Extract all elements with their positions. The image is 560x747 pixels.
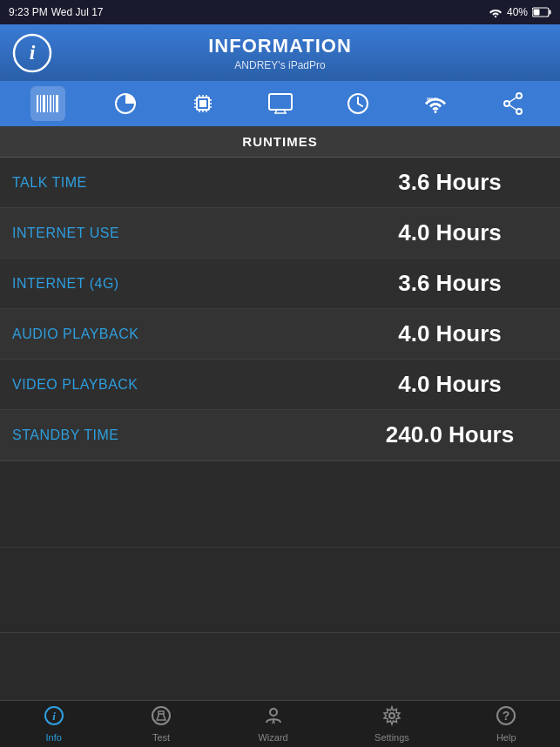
svg-rect-28 [269, 94, 292, 110]
svg-rect-2 [550, 10, 551, 15]
row-label: TALK TIME [0, 175, 340, 191]
row-value: 3.6 Hours [340, 169, 560, 196]
runtimes-table: TALK TIME3.6 HoursINTERNET USE4.0 HoursI… [0, 158, 560, 461]
test-tab[interactable]: Test [151, 705, 172, 743]
settings-tab[interactable]: Settings [374, 705, 409, 743]
runtime-row: INTERNET (4G)3.6 Hours [0, 259, 560, 309]
svg-text:i: i [52, 710, 56, 723]
battery-icon [532, 7, 551, 17]
runtime-row: TALK TIME3.6 Hours [0, 158, 560, 208]
barcode-icon-btn[interactable] [30, 86, 65, 121]
svg-point-0 [495, 16, 496, 17]
pie-chart-icon-btn[interactable] [108, 86, 143, 121]
row-label: STANDBY TIME [0, 427, 340, 443]
bottom-tab-bar: i Info Test Wizard [0, 700, 560, 747]
info-tab-icon: i [44, 705, 64, 730]
svg-line-34 [358, 104, 362, 106]
help-tab-icon: ? [496, 705, 516, 730]
status-bar: 9:23 PM Wed Jul 17 40% [0, 0, 560, 24]
wifi-signal-icon [489, 7, 503, 17]
app-header: i INFORMATION ANDREY's iPadPro [0, 24, 560, 81]
info-tab[interactable]: i Info [44, 705, 64, 743]
wizard-tab-label: Wizard [258, 732, 287, 743]
svg-point-45 [152, 707, 170, 724]
test-tab-label: Test [152, 732, 170, 743]
row-value: 240.0 Hours [340, 421, 560, 448]
settings-tab-icon [381, 705, 402, 730]
row-label: INTERNET (4G) [0, 276, 340, 292]
row-label: AUDIO PLAYBACK [0, 326, 340, 342]
header-title: INFORMATION [208, 35, 352, 57]
svg-rect-12 [56, 95, 58, 112]
clock-icon-btn[interactable] [341, 86, 375, 121]
status-time: 9:23 PM [9, 6, 48, 18]
status-right: 40% [489, 6, 551, 18]
svg-rect-15 [199, 100, 206, 107]
section-title: RUNTIMES [242, 134, 317, 149]
display-icon-btn[interactable] [263, 86, 298, 121]
row-value: 4.0 Hours [340, 219, 560, 246]
header-text: INFORMATION ANDREY's iPadPro [208, 35, 352, 71]
svg-point-47 [270, 709, 277, 716]
help-tab-label: Help [496, 732, 516, 743]
svg-rect-11 [53, 95, 54, 112]
help-tab[interactable]: ? Help [496, 705, 516, 743]
svg-text:Fi: Fi [434, 97, 439, 102]
wifi-tab-icon-btn[interactable]: Wi Fi [418, 86, 453, 121]
row-value: 4.0 Hours [340, 320, 560, 347]
runtime-row: INTERNET USE4.0 Hours [0, 208, 560, 259]
row-label: VIDEO PLAYBACK [0, 377, 340, 393]
runtime-row: VIDEO PLAYBACK4.0 Hours [0, 360, 560, 410]
wizard-tab-icon [263, 705, 284, 730]
header-subtitle: ANDREY's iPadPro [208, 59, 352, 71]
svg-text:Wi: Wi [427, 97, 434, 102]
info-tab-label: Info [46, 732, 62, 743]
battery-percent: 40% [507, 6, 528, 18]
svg-text:?: ? [503, 709, 510, 723]
svg-point-48 [389, 713, 395, 718]
row-label: INTERNET USE [0, 225, 340, 241]
section-header: RUNTIMES [0, 126, 560, 158]
icon-bar: Wi Fi [0, 81, 560, 126]
share-icon-btn[interactable] [496, 86, 530, 121]
svg-rect-8 [43, 95, 45, 112]
svg-line-42 [509, 105, 516, 111]
test-tab-icon [151, 705, 172, 730]
svg-point-39 [504, 101, 509, 106]
cpu-icon-btn[interactable] [186, 86, 220, 121]
svg-rect-7 [40, 95, 41, 112]
empty-area [0, 461, 560, 717]
runtime-row: STANDBY TIME240.0 Hours [0, 410, 560, 461]
runtime-row: AUDIO PLAYBACK4.0 Hours [0, 309, 560, 360]
settings-tab-label: Settings [374, 732, 409, 743]
svg-rect-6 [37, 95, 38, 112]
wizard-tab[interactable]: Wizard [258, 705, 287, 743]
svg-point-35 [434, 111, 436, 113]
svg-point-40 [516, 109, 522, 114]
separator-1 [0, 547, 560, 548]
svg-rect-10 [50, 95, 51, 112]
row-value: 3.6 Hours [340, 270, 560, 297]
svg-point-38 [516, 93, 522, 98]
status-left: 9:23 PM Wed Jul 17 [9, 6, 104, 18]
app-logo: i [12, 33, 52, 73]
separator-2 [0, 632, 560, 633]
svg-rect-9 [47, 95, 48, 112]
svg-line-41 [509, 98, 516, 103]
svg-text:i: i [30, 41, 36, 64]
status-date: Wed Jul 17 [51, 6, 104, 18]
svg-rect-3 [534, 10, 540, 16]
row-value: 4.0 Hours [340, 371, 560, 398]
